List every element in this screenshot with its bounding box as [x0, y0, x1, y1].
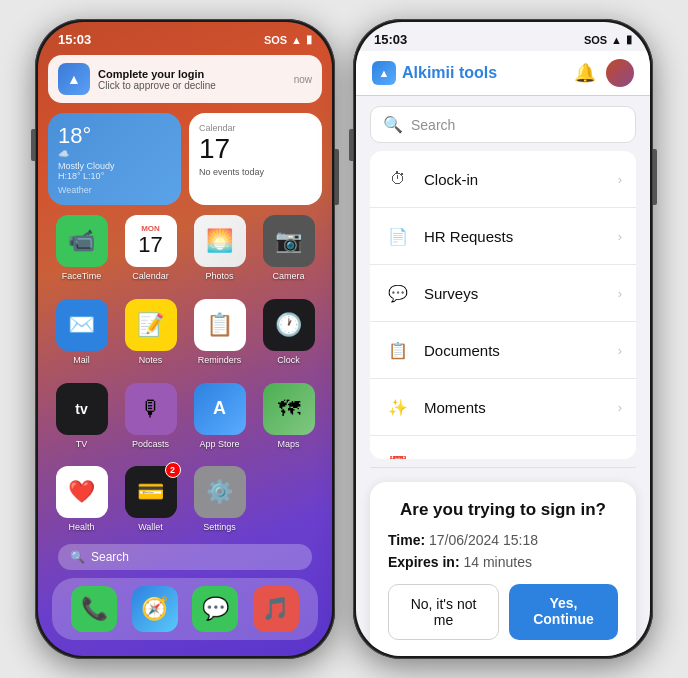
- user-avatar[interactable]: [606, 59, 634, 87]
- clockin-label: Clock-in: [424, 171, 606, 188]
- yes-button[interactable]: Yes, Continue: [509, 584, 618, 640]
- modal-time-row: Time: 17/06/2024 15:18: [388, 532, 618, 548]
- menu-item-moments[interactable]: ✨ Moments ›: [370, 379, 636, 436]
- app-tv[interactable]: tv TV: [52, 383, 111, 457]
- menu-item-documents[interactable]: 📋 Documents ›: [370, 322, 636, 379]
- dock-music[interactable]: 🎵: [253, 586, 299, 632]
- menu-item-surveys[interactable]: 💬 Surveys ›: [370, 265, 636, 322]
- weather-temp: 18°: [58, 123, 171, 149]
- camera-label: Camera: [272, 271, 304, 281]
- weather-condition: Mostly Cloudy: [58, 161, 171, 171]
- app-calendar[interactable]: MON 17 Calendar: [121, 215, 180, 289]
- app-title: Alkimii tools: [402, 64, 497, 82]
- cal-date: 17: [199, 135, 312, 163]
- weather-range: H:18° L:10°: [58, 171, 171, 181]
- no-button[interactable]: No, it's not me: [388, 584, 499, 640]
- modal-expires-row: Expires in: 14 minutes: [388, 554, 618, 570]
- app-maps[interactable]: 🗺 Maps: [259, 383, 318, 457]
- leave-chevron: ›: [618, 457, 622, 460]
- weather-widget[interactable]: 18° ☁️ Mostly Cloudy H:18° L:10° Weather: [48, 113, 181, 205]
- tv-label: TV: [76, 439, 88, 449]
- expires-label: Expires in:: [388, 554, 460, 570]
- calendar-label: Calendar: [132, 271, 169, 281]
- app-reminders[interactable]: 📋 Reminders: [190, 299, 249, 373]
- hr-chevron: ›: [618, 229, 622, 244]
- search-field[interactable]: 🔍 Search: [370, 106, 636, 143]
- notif-title: Complete your login: [98, 68, 286, 80]
- app-health[interactable]: ❤️ Health: [52, 466, 111, 540]
- cal-note: No events today: [199, 167, 312, 177]
- ios-dock: 📞 🧭 💬 🎵: [52, 578, 318, 640]
- time-label: Time:: [388, 532, 425, 548]
- wallet-badge: 2: [165, 462, 181, 478]
- facetime-icon: 📹: [56, 215, 108, 267]
- moments-icon: ✨: [384, 393, 412, 421]
- notif-time: now: [294, 74, 312, 85]
- battery-icon-right: ▮: [626, 33, 632, 46]
- status-bar-left: 15:03 SOS ▲ ▮: [38, 22, 332, 51]
- photos-icon: 🌅: [194, 215, 246, 267]
- battery-icon: ▮: [306, 33, 312, 46]
- notes-icon: 📝: [125, 299, 177, 351]
- notification-banner[interactable]: ▲ Complete your login Click to approve o…: [48, 55, 322, 103]
- dock-safari-icon: 🧭: [132, 586, 178, 632]
- search-container: 🔍 Search: [356, 96, 650, 151]
- cal-label: Calendar: [199, 123, 312, 133]
- app-podcasts[interactable]: 🎙 Podcasts: [121, 383, 180, 457]
- weather-label: Weather: [58, 185, 171, 195]
- mail-icon: ✉️: [56, 299, 108, 351]
- moments-chevron: ›: [618, 400, 622, 415]
- tv-icon: tv: [56, 383, 108, 435]
- menu-item-clockin[interactable]: ⏱ Clock-in ›: [370, 151, 636, 208]
- hr-label: HR Requests: [424, 228, 606, 245]
- search-bar-label: Search: [91, 550, 129, 564]
- ios-search-bar[interactable]: 🔍 Search: [58, 544, 312, 570]
- settings-icon: ⚙️: [194, 466, 246, 518]
- bell-icon[interactable]: 🔔: [574, 62, 596, 84]
- search-placeholder: Search: [411, 117, 455, 133]
- app-wallet[interactable]: 💳 2 Wallet: [121, 466, 180, 540]
- expires-value: 14 minutes: [463, 554, 531, 570]
- appstore-icon: A: [194, 383, 246, 435]
- app-settings[interactable]: ⚙️ Settings: [190, 466, 249, 540]
- app-facetime[interactable]: 📹 FaceTime: [52, 215, 111, 289]
- notif-text-block: Complete your login Click to approve or …: [98, 68, 286, 91]
- app-logo: ▲: [372, 61, 396, 85]
- dock-safari[interactable]: 🧭: [132, 586, 178, 632]
- app-photos[interactable]: 🌅 Photos: [190, 215, 249, 289]
- app-camera[interactable]: 📷 Camera: [259, 215, 318, 289]
- status-bar-right: 15:03 SOS ▲ ▮: [356, 22, 650, 51]
- calendar-widget[interactable]: Calendar 17 No events today: [189, 113, 322, 205]
- app-mail[interactable]: ✉️ Mail: [52, 299, 111, 373]
- divider: [370, 467, 636, 468]
- wifi-icon-right: ▲: [611, 34, 622, 46]
- dock-phone-icon: 📞: [71, 586, 117, 632]
- documents-chevron: ›: [618, 343, 622, 358]
- app-nav-title: ▲ Alkimii tools: [372, 61, 497, 85]
- clockin-chevron: ›: [618, 172, 622, 187]
- leave-label: Leave Approvals: [424, 456, 606, 460]
- maps-icon: 🗺: [263, 383, 315, 435]
- time-left: 15:03: [58, 32, 91, 47]
- documents-label: Documents: [424, 342, 606, 359]
- surveys-chevron: ›: [618, 286, 622, 301]
- app-clock[interactable]: 🕐 Clock: [259, 299, 318, 373]
- time-right: 15:03: [374, 32, 407, 47]
- right-phone: 15:03 SOS ▲ ▮ ▲ Alkimii tools 🔔: [353, 19, 653, 659]
- time-value: 17/06/2024 15:18: [429, 532, 538, 548]
- clock-label: Clock: [277, 355, 300, 365]
- dock-phone[interactable]: 📞: [71, 586, 117, 632]
- menu-item-hr[interactable]: 📄 HR Requests ›: [370, 208, 636, 265]
- left-phone: 15:03 SOS ▲ ▮ ▲ Complete your login Clic…: [35, 19, 335, 659]
- hr-icon: 📄: [384, 222, 412, 250]
- status-icons-left: SOS ▲ ▮: [264, 33, 312, 46]
- dock-messages[interactable]: 💬: [192, 586, 238, 632]
- clock-icon: 🕐: [263, 299, 315, 351]
- health-icon: ❤️: [56, 466, 108, 518]
- documents-icon: 📋: [384, 336, 412, 364]
- app-grid: 📹 FaceTime MON 17 Calendar 🌅 Photos 📷: [38, 211, 332, 544]
- app-appstore[interactable]: A App Store: [190, 383, 249, 457]
- menu-item-leave[interactable]: 📅 Leave Approvals ›: [370, 436, 636, 459]
- app-notes[interactable]: 📝 Notes: [121, 299, 180, 373]
- nav-icons: 🔔: [574, 59, 634, 87]
